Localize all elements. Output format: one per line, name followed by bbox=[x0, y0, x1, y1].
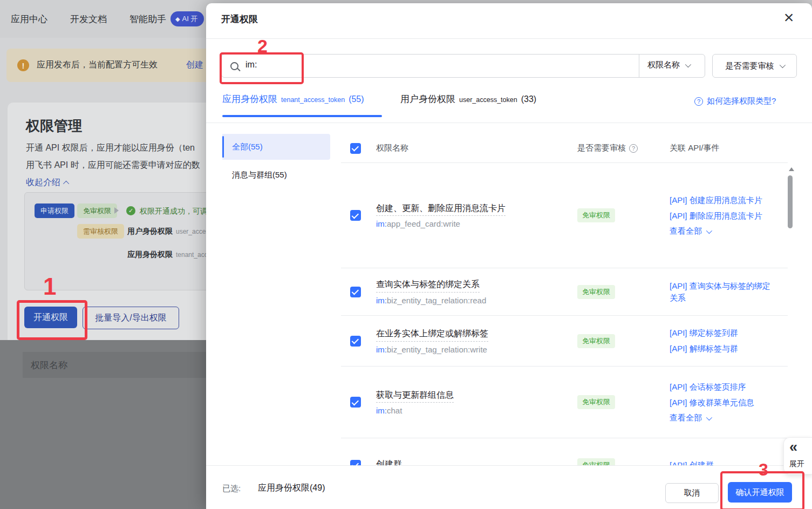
review-badge: 免审权限 bbox=[577, 334, 615, 348]
open-permission-modal: 开通权限 × im: 权限名称 是否需要审核 应用身份权限tenant_acce… bbox=[206, 3, 812, 509]
question-circle-icon: ? bbox=[694, 97, 703, 106]
related-api-list: [API] 创建群 bbox=[670, 456, 780, 465]
collapse-intro-link[interactable]: 收起介绍 bbox=[26, 177, 69, 188]
search-segment-divider bbox=[639, 55, 639, 77]
review-badge: 免审权限 bbox=[577, 458, 615, 466]
tab-user-permissions[interactable]: 用户身份权限user_access_token(33) bbox=[400, 93, 536, 105]
need-review-pill: 需审核权限 bbox=[77, 224, 124, 239]
modal-title: 开通权限 bbox=[221, 13, 258, 25]
permission-scope: im:chat bbox=[376, 406, 577, 415]
sparkle-icon: ◆ bbox=[175, 16, 180, 23]
permission-row: 获取与更新群组信息im:chat免审权限[API] 会话标签页排序[API] 修… bbox=[341, 367, 788, 438]
permission-name: 获取与更新群组信息 bbox=[376, 389, 454, 403]
permission-name: 查询实体与标签的绑定关系 bbox=[376, 279, 480, 292]
permission-scope: im:app_feed_card:write bbox=[376, 219, 577, 228]
search-field-dropdown[interactable]: 权限名称 bbox=[647, 60, 690, 70]
permission-row: 创建群免审权限[API] 创建群 bbox=[341, 438, 788, 465]
page-description-line2: 用飞书 API 时，应用可能还需要申请对应的数 bbox=[26, 160, 200, 171]
no-review-pill: 免审权限 bbox=[77, 203, 117, 218]
tabs-divider bbox=[206, 123, 812, 123]
header-divider bbox=[206, 38, 812, 39]
chevron-up-icon bbox=[63, 180, 69, 186]
nav-item-app-center[interactable]: 应用中心 bbox=[11, 13, 47, 25]
column-review-required: 是否需要审核? bbox=[577, 143, 670, 153]
row-checkbox[interactable] bbox=[350, 287, 361, 297]
question-circle-icon: ? bbox=[629, 144, 638, 153]
confirm-button[interactable]: 确认开通权限 bbox=[728, 482, 792, 503]
success-check-icon: ✓ bbox=[126, 206, 135, 215]
close-icon[interactable]: × bbox=[779, 5, 799, 29]
row-checkbox[interactable] bbox=[350, 336, 361, 347]
page-description-line1: 开通 API 权限后，应用才能以应用身份（ten bbox=[26, 142, 195, 154]
api-link[interactable]: [API] 创建群 bbox=[670, 459, 775, 465]
view-all-link[interactable]: 查看全部 bbox=[670, 413, 775, 423]
batch-import-export-button[interactable]: 批量导入/导出权限 bbox=[83, 307, 179, 329]
table-header-row: 权限名称 是否需要审核? 关联 API/事件 bbox=[341, 134, 788, 163]
search-input[interactable]: im: 权限名称 bbox=[221, 54, 705, 78]
search-icon bbox=[230, 62, 238, 70]
category-all[interactable]: 全部(55) bbox=[222, 134, 330, 160]
page-title: 权限管理 bbox=[26, 117, 82, 135]
selected-value: 应用身份权限(49) bbox=[258, 483, 325, 494]
expand-icon: « bbox=[789, 439, 796, 456]
scrollbar-up-arrow[interactable] bbox=[789, 167, 794, 171]
nav-item-dev-docs[interactable]: 开发文档 bbox=[70, 13, 107, 25]
review-badge: 免审权限 bbox=[577, 208, 615, 222]
tab-tenant-permissions[interactable]: 应用身份权限tenant_access_token(55) bbox=[222, 93, 364, 105]
warning-text: 应用发布后，当前配置方可生效 bbox=[37, 59, 158, 71]
row-checkbox[interactable] bbox=[350, 210, 361, 221]
review-filter-dropdown[interactable]: 是否需要审核 bbox=[712, 54, 797, 78]
column-permission-name: 权限名称 bbox=[376, 143, 577, 153]
flow-arrow-icon bbox=[114, 207, 119, 214]
review-badge: 免审权限 bbox=[577, 395, 615, 409]
select-all-checkbox[interactable] bbox=[350, 143, 361, 154]
permission-row: 查询实体与标签的绑定关系im:biz_entity_tag_relation:r… bbox=[341, 268, 788, 316]
api-link[interactable]: [API] 创建应用消息流卡片 bbox=[670, 194, 775, 206]
page: 应用中心 开发文档 智能助手 ◆AI 开 ! 应用发布后，当前配置方可生效 创建… bbox=[0, 0, 812, 509]
help-link[interactable]: ? 如何选择权限类型? bbox=[694, 96, 776, 106]
permission-rows: 创建、更新、删除应用消息流卡片im:app_feed_card:write免审权… bbox=[341, 163, 788, 465]
chevron-down-icon bbox=[779, 62, 785, 68]
permission-scope: im:biz_entity_tag_relation:read bbox=[376, 296, 577, 305]
api-link[interactable]: [API] 会话标签页排序 bbox=[670, 381, 775, 393]
row-checkbox[interactable] bbox=[350, 397, 361, 408]
api-link[interactable]: [API] 绑定标签到群 bbox=[670, 327, 775, 339]
related-api-list: [API] 创建应用消息流卡片[API] 删除应用消息流卡片查看全部 bbox=[670, 191, 780, 241]
api-link[interactable]: [API] 修改群菜单元信息 bbox=[670, 397, 775, 409]
open-permission-button[interactable]: 开通权限 bbox=[24, 307, 77, 328]
expand-label: 展开 bbox=[789, 459, 804, 469]
api-link[interactable]: [API] 解绑标签与群 bbox=[670, 343, 775, 355]
review-badge: 免审权限 bbox=[577, 285, 615, 299]
active-tab-underline bbox=[222, 115, 382, 117]
permission-name: 创建群 bbox=[376, 458, 402, 465]
permission-row: 创建、更新、删除应用消息流卡片im:app_feed_card:write免审权… bbox=[341, 163, 788, 268]
cancel-button[interactable]: 取消 bbox=[665, 483, 719, 503]
api-link[interactable]: [API] 删除应用消息流卡片 bbox=[670, 210, 775, 222]
view-all-link[interactable]: 查看全部 bbox=[670, 226, 775, 236]
permission-scope: im:biz_entity_tag_relation:write bbox=[376, 345, 577, 354]
chevron-down-icon bbox=[685, 61, 691, 67]
permission-name: 创建、更新、删除应用消息流卡片 bbox=[376, 202, 506, 216]
selected-label: 已选: bbox=[222, 484, 241, 494]
nav-item-assistant[interactable]: 智能助手 bbox=[129, 13, 166, 25]
search-value: im: bbox=[245, 60, 257, 70]
ai-badge: ◆AI 开 bbox=[170, 11, 204, 26]
chevron-down-icon bbox=[706, 415, 712, 420]
scrollbar-thumb[interactable] bbox=[788, 175, 793, 228]
warning-icon: ! bbox=[17, 59, 29, 71]
api-link[interactable]: [API] 查询实体与标签的绑定关系 bbox=[670, 280, 775, 304]
category-list: 全部(55) 消息与群组(55) bbox=[222, 134, 330, 190]
related-api-list: [API] 会话标签页排序[API] 修改群菜单元信息查看全部 bbox=[670, 377, 780, 427]
related-api-list: [API] 查询实体与标签的绑定关系 bbox=[670, 276, 780, 308]
create-version-link[interactable]: 创建 bbox=[186, 59, 203, 71]
row-checkbox[interactable] bbox=[350, 460, 361, 465]
permission-row: 在业务实体上绑定或解绑标签im:biz_entity_tag_relation:… bbox=[341, 316, 788, 367]
expand-panel-button[interactable]: « 展开 bbox=[783, 437, 812, 474]
permission-name: 在业务实体上绑定或解绑标签 bbox=[376, 328, 488, 341]
related-api-list: [API] 绑定标签到群[API] 解绑标签与群 bbox=[670, 323, 780, 358]
category-im-group[interactable]: 消息与群组(55) bbox=[222, 162, 330, 188]
column-related-api: 关联 API/事件 bbox=[670, 143, 780, 153]
apply-permission-pill: 申请权限 bbox=[35, 203, 74, 218]
background-column-name: 权限名称 bbox=[31, 359, 67, 371]
chevron-down-icon bbox=[706, 228, 712, 234]
